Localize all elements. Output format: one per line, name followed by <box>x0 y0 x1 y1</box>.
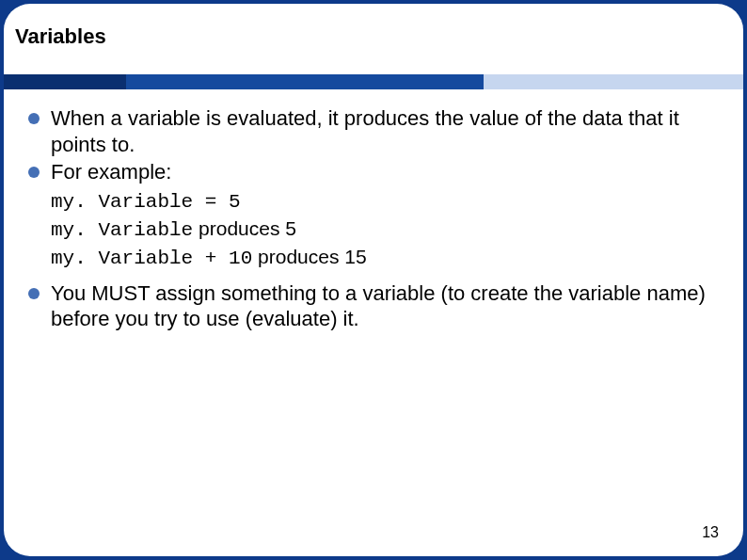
bullet-text: For example: <box>51 159 706 185</box>
bullet-item: You MUST assign something to a variable … <box>28 280 706 332</box>
bullet-dot-icon <box>28 113 40 124</box>
example-result: produces 15 <box>252 246 366 267</box>
bullet-dot-icon <box>28 288 40 299</box>
example-line: my. Variable = 5 <box>51 187 706 216</box>
bullet-item: When a variable is evaluated, it produce… <box>28 105 706 157</box>
bullet-text: You MUST assign something to a variable … <box>51 280 706 332</box>
divider-bar <box>4 74 743 89</box>
page-number: 13 <box>702 524 719 541</box>
example-lines: my. Variable = 5 my. Variable produces 5… <box>51 187 706 273</box>
divider-mid <box>126 74 484 89</box>
slide-card: Variables When a variable is evaluated, … <box>4 4 743 556</box>
example-result: produces 5 <box>193 217 296 239</box>
example-line: my. Variable produces 5 <box>51 216 706 244</box>
bullet-dot-icon <box>28 167 40 178</box>
content-area: When a variable is evaluated, it produce… <box>28 105 706 334</box>
code-text: my. Variable <box>51 219 193 241</box>
divider-dark <box>4 74 126 89</box>
bullet-text: When a variable is evaluated, it produce… <box>51 105 706 157</box>
slide-title: Variables <box>15 24 106 49</box>
code-text: my. Variable = 5 <box>51 191 241 213</box>
example-line: my. Variable + 10 produces 15 <box>51 244 706 272</box>
code-text: my. Variable + 10 <box>51 248 252 269</box>
divider-light <box>484 74 743 89</box>
bullet-item: For example: <box>28 159 706 185</box>
